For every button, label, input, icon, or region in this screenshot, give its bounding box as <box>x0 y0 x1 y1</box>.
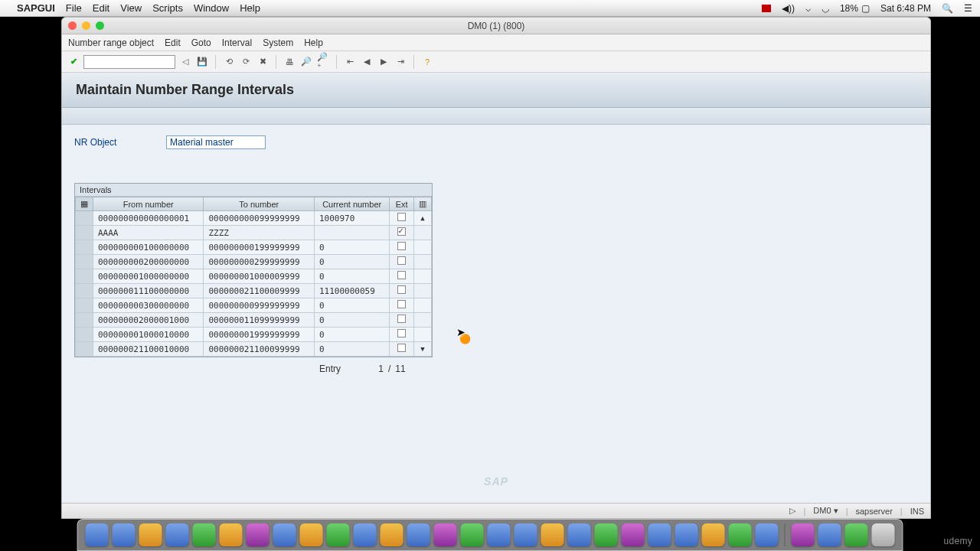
checkbox-icon[interactable] <box>397 329 406 337</box>
cell-current[interactable]: 0 <box>314 328 389 342</box>
spotlight-icon[interactable]: 🔍 <box>942 3 953 14</box>
menu-nr-object[interactable]: Number range object <box>68 37 154 48</box>
cell-current[interactable]: 0 <box>314 255 389 269</box>
checkbox-icon[interactable] <box>397 242 406 250</box>
findnext-icon[interactable]: 🔎⁺ <box>316 55 330 69</box>
close-icon[interactable] <box>68 21 77 30</box>
dock-trash-icon[interactable] <box>872 523 895 546</box>
cell-to[interactable]: 000000021100009999 <box>204 284 314 298</box>
dock-item[interactable] <box>488 523 511 546</box>
save-icon[interactable]: 💾 <box>195 55 209 69</box>
row-selector[interactable] <box>76 226 93 240</box>
dock-item[interactable] <box>568 523 591 546</box>
dock-item[interactable] <box>300 523 323 546</box>
scroll-up-icon[interactable]: ▲ <box>414 211 432 226</box>
cell-from[interactable]: 000000000200000000 <box>93 255 204 269</box>
volume-icon[interactable]: ◀)) <box>782 3 795 14</box>
table-row[interactable]: AAAAZZZZ <box>76 226 432 240</box>
cancel-icon[interactable]: ✖ <box>256 55 270 69</box>
table-row[interactable]: 0000000002000000000000000002999999990 <box>76 255 432 269</box>
cell-ext[interactable] <box>390 284 414 298</box>
cell-current[interactable]: 11100000059 <box>314 284 389 298</box>
scroll-down-icon[interactable]: ▼ <box>414 342 432 357</box>
cell-to[interactable]: ZZZZ <box>204 226 314 240</box>
menu-help[interactable]: Help <box>304 37 323 48</box>
dock-item[interactable] <box>461 523 484 546</box>
table-row[interactable]: 0000000111000000000000000211000099991110… <box>76 284 432 298</box>
cell-to[interactable]: 000000000099999999 <box>204 211 314 226</box>
menubar-app[interactable]: SAPGUI <box>17 2 55 14</box>
cell-from[interactable]: AAAA <box>93 226 204 240</box>
maximize-icon[interactable] <box>96 21 104 30</box>
cell-ext[interactable] <box>390 269 414 284</box>
dock-item[interactable] <box>541 523 564 546</box>
dock-item[interactable] <box>514 523 537 546</box>
cell-from[interactable]: 000000002000001000 <box>93 313 204 328</box>
col-to[interactable]: To number <box>204 197 314 211</box>
dock-item[interactable] <box>139 523 162 546</box>
row-selector[interactable] <box>76 284 93 298</box>
checkbox-icon[interactable] <box>397 227 406 236</box>
scrollbar-track[interactable] <box>414 269 432 284</box>
cell-ext[interactable] <box>390 255 414 269</box>
enter-icon[interactable]: ✔ <box>67 55 80 69</box>
cell-ext[interactable] <box>390 313 414 328</box>
menubar-window[interactable]: Window <box>194 2 229 14</box>
cell-to[interactable]: 000000000299999999 <box>204 255 314 269</box>
dock-item[interactable] <box>407 523 430 546</box>
cell-ext[interactable] <box>390 226 414 240</box>
cell-from[interactable]: 000000001000010000 <box>93 328 204 342</box>
table-row[interactable]: 0000000010000000000000000010000099990 <box>76 269 432 284</box>
cell-from[interactable]: 000000000000000001 <box>93 211 204 226</box>
cell-current[interactable]: 0 <box>314 269 389 284</box>
exit-icon[interactable]: ⟳ <box>239 55 253 69</box>
scrollbar-track[interactable] <box>414 313 432 328</box>
dock-item[interactable] <box>648 523 671 546</box>
col-current[interactable]: Current number <box>314 197 389 211</box>
dock-item[interactable] <box>354 523 377 546</box>
dock-item[interactable] <box>113 523 136 546</box>
dock-item[interactable] <box>622 523 645 546</box>
row-selector[interactable] <box>76 342 93 357</box>
dock-item[interactable] <box>756 523 779 546</box>
dock-item[interactable] <box>166 523 189 546</box>
checkbox-icon[interactable] <box>397 300 406 308</box>
cell-from[interactable]: 000000001000000000 <box>93 269 204 284</box>
back-icon[interactable]: ⟲ <box>222 55 236 69</box>
table-row[interactable]: 0000000000000000010000000000999999991000… <box>76 211 432 226</box>
battery-status[interactable]: 18% ▢ <box>840 3 870 14</box>
menubar-edit[interactable]: Edit <box>93 2 109 14</box>
scrollbar-track[interactable] <box>414 284 432 298</box>
nr-object-field[interactable]: Material master <box>166 135 266 149</box>
cell-ext[interactable] <box>390 211 414 226</box>
menu-system[interactable]: System <box>263 37 293 48</box>
menubar-view[interactable]: View <box>120 2 142 14</box>
find-icon[interactable]: 🔎 <box>299 55 313 69</box>
command-field[interactable] <box>83 55 175 69</box>
dock-item[interactable] <box>220 523 243 546</box>
col-ext[interactable]: Ext <box>390 197 414 211</box>
menu-interval[interactable]: Interval <box>222 37 252 48</box>
scrollbar-track[interactable] <box>414 240 432 255</box>
table-row[interactable]: 0000000001000000000000000001999999990 <box>76 240 432 255</box>
lastpage-icon[interactable]: ⇥ <box>394 55 407 69</box>
wifi-icon[interactable]: ◡ <box>822 3 829 14</box>
col-from[interactable]: From number <box>93 197 204 211</box>
checkbox-icon[interactable] <box>397 285 406 294</box>
cell-current[interactable]: 0 <box>314 313 389 328</box>
row-selector[interactable] <box>76 269 93 284</box>
table-row[interactable]: 0000000020000010000000000110999999990 <box>76 313 432 328</box>
row-selector[interactable] <box>76 240 93 255</box>
back-mini-icon[interactable]: ◁ <box>178 55 192 69</box>
print-icon[interactable]: 🖶 <box>283 55 296 69</box>
scrollbar-track[interactable] <box>414 298 432 313</box>
cell-ext[interactable] <box>390 298 414 313</box>
menu-edit[interactable]: Edit <box>165 37 181 48</box>
dock-item[interactable] <box>193 523 216 546</box>
help-icon[interactable]: ? <box>420 55 434 69</box>
cell-to[interactable]: 000000001000009999 <box>204 269 314 284</box>
checkbox-icon[interactable] <box>397 271 406 279</box>
cell-to[interactable]: 000000000999999999 <box>204 298 314 313</box>
table-row[interactable]: 0000000003000000000000000009999999990 <box>76 298 432 313</box>
cell-to[interactable]: 000000001999999999 <box>204 328 314 342</box>
